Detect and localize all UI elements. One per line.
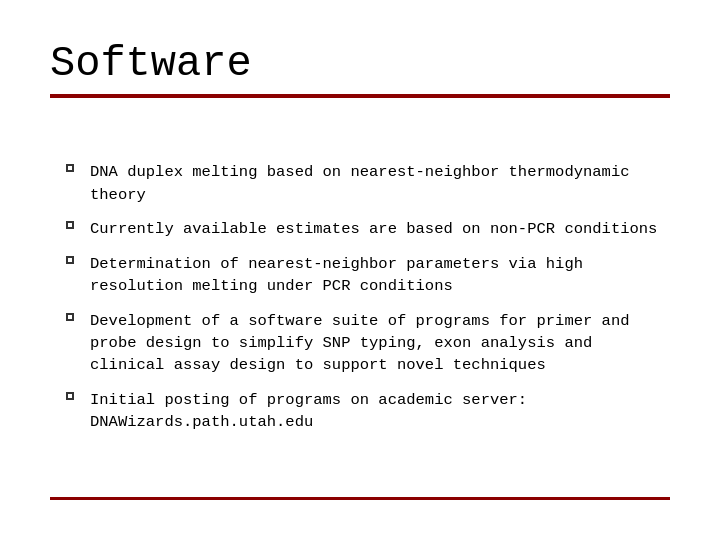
bullet-square-icon — [66, 256, 74, 264]
bullet-square-icon — [66, 164, 74, 172]
bullet-text: Development of a software suite of progr… — [90, 310, 670, 377]
bullet-text: Currently available estimates are based … — [90, 218, 657, 240]
slide: Software DNA duplex melting based on nea… — [0, 0, 720, 540]
bullet-item: Currently available estimates are based … — [60, 218, 670, 240]
bullet-item: Determination of nearest-neighbor parame… — [60, 253, 670, 298]
bullet-square-icon — [66, 392, 74, 400]
bullet-item: Initial posting of programs on academic … — [60, 389, 670, 434]
bullet-marker — [60, 164, 80, 172]
bullet-marker — [60, 256, 80, 264]
bullet-list: DNA duplex melting based on nearest-neig… — [60, 161, 670, 446]
bullet-square-icon — [66, 313, 74, 321]
bottom-rule — [50, 497, 670, 500]
bullet-text: Determination of nearest-neighbor parame… — [90, 253, 670, 298]
bullet-item: Development of a software suite of progr… — [60, 310, 670, 377]
title-underline — [50, 94, 670, 98]
slide-title: Software — [50, 40, 670, 88]
bullet-text: Initial posting of programs on academic … — [90, 389, 670, 434]
bullet-item: DNA duplex melting based on nearest-neig… — [60, 161, 670, 206]
bullet-marker — [60, 392, 80, 400]
bullet-text: DNA duplex melting based on nearest-neig… — [90, 161, 670, 206]
content-area: DNA duplex melting based on nearest-neig… — [50, 126, 670, 481]
title-section: Software — [50, 40, 670, 118]
bullet-square-icon — [66, 221, 74, 229]
bullet-marker — [60, 221, 80, 229]
bullet-marker — [60, 313, 80, 321]
